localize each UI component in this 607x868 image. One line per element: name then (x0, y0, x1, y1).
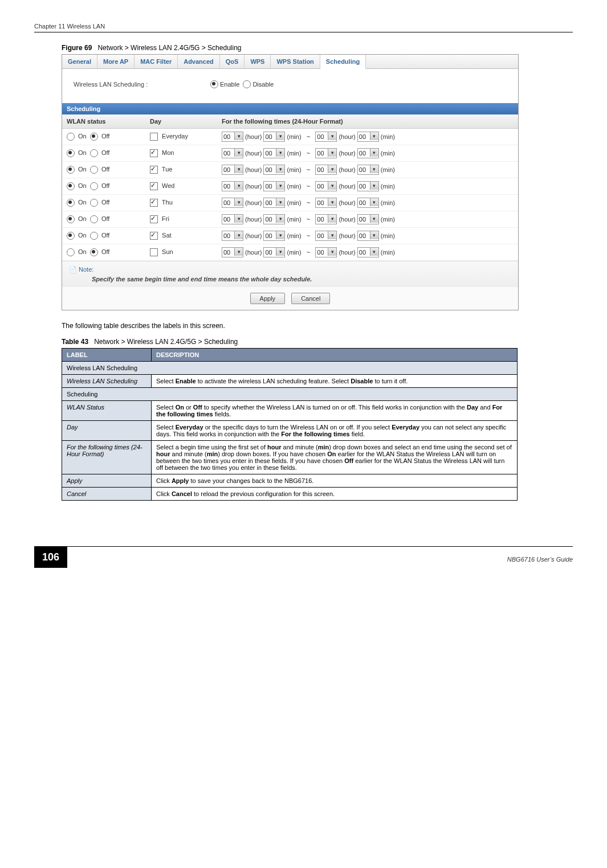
schedule-row: On Off Wed00▾ (hour) 00▾ (min) ~ 00▾ (ho… (62, 178, 518, 195)
time-select[interactable]: 00▾ (357, 148, 379, 158)
table-row: Wireless LAN SchedulingSelect Enable to … (62, 375, 518, 388)
time-select[interactable]: 00▾ (357, 181, 379, 191)
chevron-down-icon: ▾ (328, 231, 336, 239)
tab-scheduling[interactable]: Scheduling (320, 55, 366, 69)
radio-enable[interactable] (210, 80, 218, 88)
time-select[interactable]: 00▾ (357, 198, 379, 208)
radio-on[interactable] (67, 248, 75, 256)
radio-disable[interactable] (243, 80, 251, 88)
chevron-down-icon: ▾ (276, 165, 284, 173)
radio-off[interactable] (90, 182, 98, 190)
time-select[interactable]: 00▾ (315, 148, 337, 158)
page-footer: 106 NBG6716 User’s Guide (34, 546, 573, 568)
time-select[interactable]: 00▾ (222, 132, 243, 142)
time-select[interactable]: 00▾ (222, 148, 243, 158)
radio-off[interactable] (90, 133, 98, 141)
tab-general[interactable]: General (62, 55, 97, 68)
time-select[interactable]: 00▾ (222, 214, 243, 224)
radio-on[interactable] (67, 232, 75, 240)
desc-cell: Click Apply to save your changes back to… (152, 474, 518, 488)
checkbox-day[interactable] (150, 133, 158, 141)
time-select[interactable]: 00▾ (222, 198, 243, 208)
scheduling-enable-label: Wireless LAN Scheduling : (74, 81, 210, 88)
tab-wps-station[interactable]: WPS Station (271, 55, 320, 68)
col-status: WLAN status (62, 114, 145, 129)
tab-advanced[interactable]: Advanced (178, 55, 220, 68)
schedule-row: On Off Sun00▾ (hour) 00▾ (min) ~ 00▾ (ho… (62, 244, 518, 261)
time-select[interactable]: 00▾ (315, 181, 337, 191)
time-select[interactable]: 00▾ (315, 198, 337, 208)
time-select[interactable]: 00▾ (263, 132, 285, 142)
chevron-down-icon: ▾ (328, 198, 336, 206)
label-cell: Apply (62, 474, 152, 488)
cancel-button[interactable]: Cancel (291, 293, 330, 304)
label-cell: Day (62, 421, 152, 441)
table-row: For the following times (24-Hour Format)… (62, 441, 518, 474)
time-select[interactable]: 00▾ (357, 132, 379, 142)
table-row: Scheduling (62, 388, 518, 401)
radio-on[interactable] (67, 215, 75, 223)
tab-qos[interactable]: QoS (220, 55, 245, 68)
checkbox-day[interactable] (150, 215, 158, 223)
radio-off[interactable] (90, 199, 98, 207)
time-select[interactable]: 00▾ (357, 165, 379, 175)
chevron-down-icon: ▾ (276, 182, 284, 190)
checkbox-day[interactable] (150, 166, 158, 174)
time-select[interactable]: 00▾ (263, 198, 285, 208)
radio-off[interactable] (90, 149, 98, 157)
time-select[interactable]: 00▾ (357, 247, 379, 257)
time-select[interactable]: 00▾ (315, 231, 337, 241)
time-select[interactable]: 00▾ (263, 231, 285, 241)
radio-on[interactable] (67, 182, 75, 190)
time-select[interactable]: 00▾ (222, 181, 243, 191)
time-select[interactable]: 00▾ (222, 165, 243, 175)
apply-button[interactable]: Apply (250, 293, 286, 304)
checkbox-day[interactable] (150, 149, 158, 157)
tab-wps[interactable]: WPS (245, 55, 271, 68)
chevron-down-icon: ▾ (234, 198, 243, 206)
radio-off[interactable] (90, 248, 98, 256)
chevron-down-icon: ▾ (234, 231, 243, 239)
time-select[interactable]: 00▾ (263, 165, 285, 175)
disable-text: Disable (252, 81, 274, 88)
figure-path: Network > Wireless LAN 2.4G/5G > Schedul… (97, 44, 241, 52)
radio-off[interactable] (90, 166, 98, 174)
time-select[interactable]: 00▾ (222, 247, 243, 257)
time-select[interactable]: 00▾ (315, 214, 337, 224)
radio-off[interactable] (90, 215, 98, 223)
time-select[interactable]: 00▾ (357, 214, 379, 224)
table-row: ApplyClick Apply to save your changes ba… (62, 474, 518, 488)
time-select[interactable]: 00▾ (315, 165, 337, 175)
body-paragraph: The following table describes the labels… (62, 322, 573, 330)
checkbox-day[interactable] (150, 232, 158, 240)
scheduling-enable-row: Wireless LAN Scheduling : Enable Disable (74, 80, 507, 88)
checkbox-day[interactable] (150, 182, 158, 190)
radio-on[interactable] (67, 199, 75, 207)
time-select[interactable]: 00▾ (357, 231, 379, 241)
checkbox-day[interactable] (150, 199, 158, 207)
time-select[interactable]: 00▾ (315, 247, 337, 257)
time-select[interactable]: 00▾ (263, 181, 285, 191)
time-select[interactable]: 00▾ (263, 214, 285, 224)
time-select[interactable]: 00▾ (263, 247, 285, 257)
chevron-down-icon: ▾ (276, 248, 284, 256)
note-box: 📄 Note: Specify the same begin time and … (62, 261, 518, 287)
chevron-down-icon: ▾ (328, 248, 336, 256)
desc-cell: Select Everyday or the specific days to … (152, 421, 518, 441)
chevron-down-icon: ▾ (276, 231, 284, 239)
col-times: For the following times (24-Hour Format) (217, 114, 518, 129)
tab-mac-filter[interactable]: MAC Filter (135, 55, 178, 68)
label-cell: Cancel (62, 488, 152, 501)
header-label: LABEL (62, 349, 152, 362)
table-row: WLAN StatusSelect On or Off to specify w… (62, 401, 518, 421)
time-select[interactable]: 00▾ (222, 231, 243, 241)
radio-on[interactable] (67, 149, 75, 157)
tab-more-ap[interactable]: More AP (97, 55, 135, 68)
radio-on[interactable] (67, 133, 75, 141)
radio-off[interactable] (90, 232, 98, 240)
checkbox-day[interactable] (150, 248, 158, 256)
time-select[interactable]: 00▾ (263, 148, 285, 158)
time-select[interactable]: 00▾ (315, 132, 337, 142)
radio-on[interactable] (67, 166, 75, 174)
scheduling-section-bar: Scheduling (62, 103, 518, 114)
